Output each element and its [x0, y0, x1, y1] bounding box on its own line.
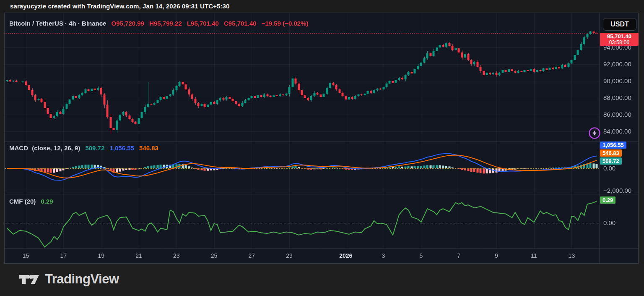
chart-widget: Bitcoin / TetherUS · 4h · Binance O95,72…	[4, 13, 639, 264]
tradingview-logo-text: TradingView	[45, 272, 119, 287]
ohlc-close: C95,701.40	[224, 20, 257, 27]
bottom-bar: TradingView	[0, 264, 644, 296]
macd-params: (close, 12, 26, 9)	[32, 144, 80, 152]
cmf-value: 0.29	[41, 198, 53, 205]
cmf-axis-label: 0.00	[603, 219, 615, 226]
price-axis-label: 92,000.00	[603, 60, 631, 68]
macd-title[interactable]: MACD	[9, 144, 28, 152]
time-axis-label: 29	[286, 252, 293, 259]
time-axis-label: 23	[173, 252, 180, 259]
lightning-alert-icon[interactable]	[588, 127, 601, 139]
time-axis-label: 13	[569, 252, 575, 259]
price-axis-label: 88,000.00	[603, 94, 631, 101]
bar-countdown: 03:58:06	[602, 39, 637, 45]
attribution-text: sarayucyzie created with TradingView.com…	[10, 3, 229, 10]
symbol-legend[interactable]: Bitcoin / TetherUS · 4h · Binance O95,72…	[9, 20, 312, 27]
time-axis-label: 19	[98, 252, 104, 259]
time-axis-label: 11	[531, 252, 537, 259]
symbol-title[interactable]: Bitcoin / TetherUS · 4h · Binance	[9, 20, 106, 27]
time-axis-label: 27	[248, 252, 255, 259]
time-axis-label: 21	[135, 252, 142, 259]
currency-toggle-button[interactable]: USDT	[603, 18, 636, 31]
current-price-badge: 95,701.40 03:58:06	[600, 33, 639, 46]
macd-axis-label: −2,000.00	[603, 187, 631, 194]
ohlc-high: H95,799.22	[149, 20, 182, 27]
time-axis-label: 15	[23, 252, 29, 259]
cmf-value-badge: 0.29	[600, 196, 615, 204]
cmf-legend[interactable]: CMF (20) 0.29	[9, 198, 57, 205]
macd-signal-value: 546.83	[139, 144, 158, 152]
ohlc-low: L95,701.40	[187, 20, 219, 27]
time-axis-label: 7	[457, 252, 460, 259]
macd-hist-value: 509.72	[85, 144, 104, 152]
attribution-bar: sarayucyzie created with TradingView.com…	[0, 0, 644, 13]
macd-legend[interactable]: MACD (close, 12, 26, 9) 509.72 1,056.55 …	[9, 144, 162, 152]
macd-axis-label: 0.00	[603, 165, 615, 172]
time-axis-label: 2026	[339, 252, 352, 259]
time-axis-label: 17	[60, 252, 67, 259]
macd-hist-badge: 509.72	[600, 157, 622, 165]
macd-line-badge: 1,056.55	[600, 141, 626, 149]
time-axis-label: 9	[495, 252, 498, 259]
time-axis-label: 3	[382, 252, 385, 259]
price-axis-label: 86,000.00	[603, 111, 631, 118]
change-value: −19.59 (−0.02%)	[262, 20, 309, 27]
price-axis-label: 90,000.00	[603, 77, 631, 84]
current-price-value: 95,701.40	[602, 33, 637, 39]
ohlc-open: O95,720.99	[112, 20, 144, 27]
time-axis-label: 25	[211, 252, 218, 259]
chart-canvas[interactable]	[5, 13, 638, 263]
price-axis-label: 84,000.00	[603, 128, 631, 135]
macd-signal-badge: 546.83	[600, 149, 622, 157]
cmf-title[interactable]: CMF (20)	[9, 198, 36, 205]
tradingview-logo-mark	[19, 270, 40, 288]
time-axis-label: 5	[419, 252, 423, 259]
tradingview-logo[interactable]: TradingView	[19, 270, 119, 288]
macd-line-value: 1,056.55	[109, 144, 134, 152]
